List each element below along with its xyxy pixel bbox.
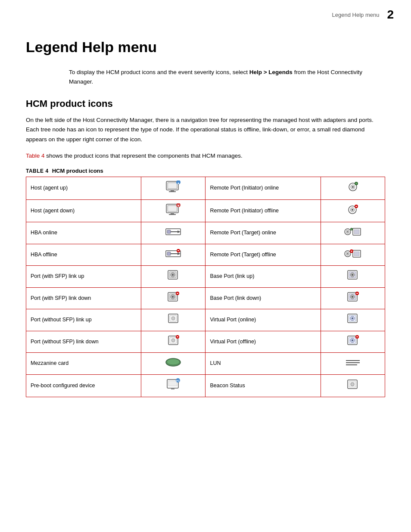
svg-point-53 xyxy=(352,274,353,276)
table-caption: HCM product icons xyxy=(52,168,103,174)
left-icon-cell: ▲ xyxy=(141,177,206,200)
svg-rect-65 xyxy=(356,293,358,294)
svg-rect-83 xyxy=(356,336,358,337)
right-icon-cell xyxy=(321,222,385,244)
svg-rect-91 xyxy=(171,388,174,389)
right-label-cell: Base Port (link up) xyxy=(206,266,321,288)
svg-point-57 xyxy=(172,296,174,298)
svg-point-41 xyxy=(347,253,348,254)
right-label-cell: Remote Port (Initiator) online xyxy=(206,177,321,200)
right-icon-cell xyxy=(321,266,385,288)
svg-rect-43 xyxy=(354,252,359,256)
right-icon-cell xyxy=(321,309,385,331)
table-row: HBA online Remote Port (Target) online xyxy=(26,222,385,244)
svg-rect-34 xyxy=(167,252,171,255)
svg-rect-3 xyxy=(169,191,176,192)
intro-paragraph: To display the HCM product icons and the… xyxy=(69,68,385,86)
right-icon-cell xyxy=(321,177,385,200)
svg-point-63 xyxy=(352,296,353,298)
mezzanine-card-icon xyxy=(165,356,182,371)
table-4-link[interactable]: Table 4 xyxy=(26,152,45,159)
svg-point-32 xyxy=(351,229,352,230)
svg-rect-1 xyxy=(168,183,177,189)
host-agent-down-icon: ▼ xyxy=(165,203,181,219)
right-label-cell: Beacon Status xyxy=(206,374,321,397)
intro-bold: Help > Legends xyxy=(249,69,293,75)
left-label-cell: Host (agent up) xyxy=(26,177,141,200)
right-label-cell: Remote Port (Target) online xyxy=(206,222,321,244)
hba-online-icon xyxy=(165,227,181,239)
svg-text:▲: ▲ xyxy=(177,181,180,184)
right-label-cell: Virtual Port (offline) xyxy=(206,331,321,353)
left-label-cell: HBA online xyxy=(26,222,141,244)
svg-rect-14 xyxy=(169,214,176,215)
table-row: Pre-boot configured device PC Beacon Sta… xyxy=(26,374,385,397)
port-sfp-link-down-icon xyxy=(167,291,180,306)
left-icon-cell xyxy=(141,244,206,266)
svg-rect-13 xyxy=(171,213,174,214)
right-label-cell: LUN xyxy=(206,353,321,375)
right-icon-cell xyxy=(321,353,385,375)
left-label-cell: Mezzanine card xyxy=(26,353,141,375)
virtual-port-online-icon xyxy=(346,313,359,327)
left-label-cell: Host (agent down) xyxy=(26,199,141,222)
left-label-cell: Port (with SFP) link down xyxy=(26,287,141,309)
left-icon-cell xyxy=(141,353,206,375)
svg-rect-12 xyxy=(168,205,177,212)
page-content: Legend Help menu To display the HCM prod… xyxy=(0,26,411,414)
table-row: Host (agent down) ▼ Remote Port (Initiat… xyxy=(26,199,385,222)
svg-point-19 xyxy=(352,209,353,211)
intro-text-before: To display the HCM product icons and the… xyxy=(69,69,249,75)
svg-rect-23 xyxy=(167,230,171,233)
svg-rect-45 xyxy=(351,251,352,252)
base-port-link-up-icon xyxy=(346,269,359,284)
table-row: Port (with SFP) link down Base Port (lin… xyxy=(26,287,385,309)
svg-rect-59 xyxy=(177,293,178,294)
svg-point-72 xyxy=(352,317,353,319)
left-icon-cell xyxy=(141,331,206,353)
svg-text:PC: PC xyxy=(176,380,180,382)
table-row: Port (without SFP) link down Virtual Por… xyxy=(26,331,385,353)
left-label-cell: HBA offline xyxy=(26,244,141,266)
product-icons-table: Host (agent up) ▲ Remote Port (Initiator… xyxy=(26,177,385,397)
section-hcm-title: HCM product icons xyxy=(26,98,385,109)
header-section-label: Legend Help menu xyxy=(332,12,380,18)
port-nosfp-link-down-icon xyxy=(167,335,179,349)
left-icon-cell xyxy=(141,222,206,244)
left-icon-cell: ▼ xyxy=(141,199,206,222)
table-row: Mezzanine card LUN xyxy=(26,353,385,375)
left-label-cell: Port (without SFP) link down xyxy=(26,331,141,353)
table-row: Host (agent up) ▲ Remote Port (Initiator… xyxy=(26,177,385,200)
right-icon-cell xyxy=(321,244,385,266)
remote-port-target-offline-icon xyxy=(343,248,362,262)
left-icon-cell xyxy=(141,309,206,331)
table-row: Port (without SFP) link up Virtual Port … xyxy=(26,309,385,331)
beacon-status-icon xyxy=(346,379,359,393)
left-icon-cell xyxy=(141,287,206,309)
right-label-cell: Base Port (link down) xyxy=(206,287,321,309)
host-agent-up-icon: ▲ xyxy=(165,180,181,196)
svg-text:▼: ▼ xyxy=(177,204,180,207)
svg-point-28 xyxy=(347,231,348,233)
remote-port-initiator-online-icon xyxy=(348,181,358,196)
right-label-cell: Remote Port (Target) offline xyxy=(206,244,321,266)
right-icon-cell xyxy=(321,287,385,309)
svg-rect-2 xyxy=(171,190,174,191)
left-label-cell: Port (without SFP) link up xyxy=(26,309,141,331)
right-label-cell: Virtual Port (online) xyxy=(206,309,321,331)
table-ref-suffix: shows the product icons that represent t… xyxy=(45,152,243,159)
left-label-cell: Port (with SFP) link up xyxy=(26,266,141,288)
svg-point-81 xyxy=(352,339,353,341)
svg-point-68 xyxy=(171,317,175,320)
page-number: 2 xyxy=(387,8,394,22)
svg-rect-77 xyxy=(177,336,178,337)
left-label-cell: Pre-boot configured device xyxy=(26,374,141,397)
table-row: Port (with SFP) link up Base Port (link … xyxy=(26,266,385,288)
base-port-link-down-icon xyxy=(346,291,359,306)
right-icon-cell xyxy=(321,331,385,353)
right-icon-cell xyxy=(321,199,385,222)
right-icon-cell xyxy=(321,374,385,397)
hba-offline-icon xyxy=(165,249,181,261)
svg-point-85 xyxy=(167,359,180,365)
svg-rect-30 xyxy=(354,230,359,234)
